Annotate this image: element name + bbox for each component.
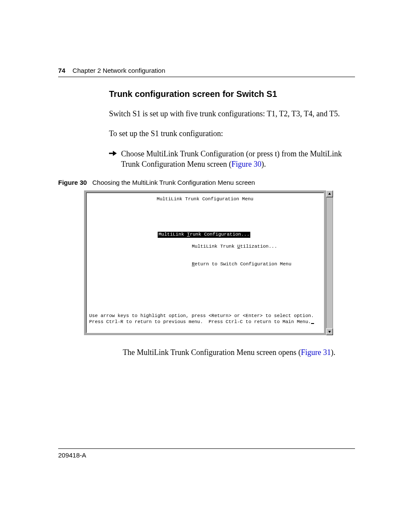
cursor-icon xyxy=(311,323,314,324)
scroll-down-button[interactable] xyxy=(326,328,333,335)
svg-marker-3 xyxy=(328,331,331,333)
document-page: 74 Chapter 2 Network configuration Trunk… xyxy=(0,0,411,532)
chapter-label: Chapter 2 Network configuration xyxy=(72,67,165,74)
scrollbar-track[interactable] xyxy=(326,197,333,328)
text-part: ). xyxy=(331,348,336,357)
svg-marker-2 xyxy=(328,193,331,195)
arrow-icon xyxy=(109,149,121,170)
scrollbar[interactable] xyxy=(326,190,333,335)
figure-number: Figure 30 xyxy=(58,179,87,186)
terminal-footer: Use arrow keys to highlight option, pres… xyxy=(89,307,321,331)
svg-marker-1 xyxy=(113,151,117,156)
body-paragraph: The MultiLink Trunk Configuration Menu s… xyxy=(123,348,355,357)
terminal-frame: MultiLink Trunk Configuration Menu Multi… xyxy=(84,190,326,335)
step-text-part: ). xyxy=(262,160,266,168)
terminal-screen: MultiLink Trunk Configuration Menu Multi… xyxy=(86,193,324,333)
terminal-help-line: Use arrow keys to highlight option, pres… xyxy=(89,313,314,318)
figure-caption: Figure 30 Choosing the MultiLink Trunk C… xyxy=(58,179,355,186)
terminal-title: MultiLink Trunk Configuration Menu xyxy=(88,196,322,202)
running-header: 74 Chapter 2 Network configuration xyxy=(58,67,355,77)
step-text: Choose MultiLink Trunk Configuration (or… xyxy=(121,149,355,170)
body-paragraph: Switch S1 is set up with five trunk conf… xyxy=(109,109,355,119)
menu-item[interactable]: MultiLink Trunk Configuration... xyxy=(158,232,291,238)
step-bullet: Choose MultiLink Trunk Configuration (or… xyxy=(109,149,355,170)
terminal-menu: MultiLink Trunk Configuration... MultiLi… xyxy=(158,232,291,273)
body-paragraph: To set up the S1 trunk configuration: xyxy=(109,128,355,139)
menu-item[interactable]: Return to Switch Configuration Menu xyxy=(158,255,291,273)
scroll-up-button[interactable] xyxy=(326,190,333,197)
embedded-screenshot: MultiLink Trunk Configuration Menu Multi… xyxy=(84,190,333,335)
document-id: 209418-A xyxy=(58,451,86,459)
page-footer: 209418-A xyxy=(58,448,355,459)
section-heading: Trunk configuration screen for Switch S1 xyxy=(109,89,355,99)
figure-caption-text: Choosing the MultiLink Trunk Configurati… xyxy=(92,179,255,186)
figure-link[interactable]: Figure 31 xyxy=(301,348,331,357)
terminal-help-line: Press Ctrl-R to return to previous menu.… xyxy=(89,319,311,324)
figure-link[interactable]: Figure 30 xyxy=(231,160,262,168)
text-part: The MultiLink Trunk Configuration Menu s… xyxy=(123,348,301,357)
page-number: 74 xyxy=(58,67,65,74)
menu-item[interactable]: MultiLink Trunk Utilization... xyxy=(158,238,291,255)
